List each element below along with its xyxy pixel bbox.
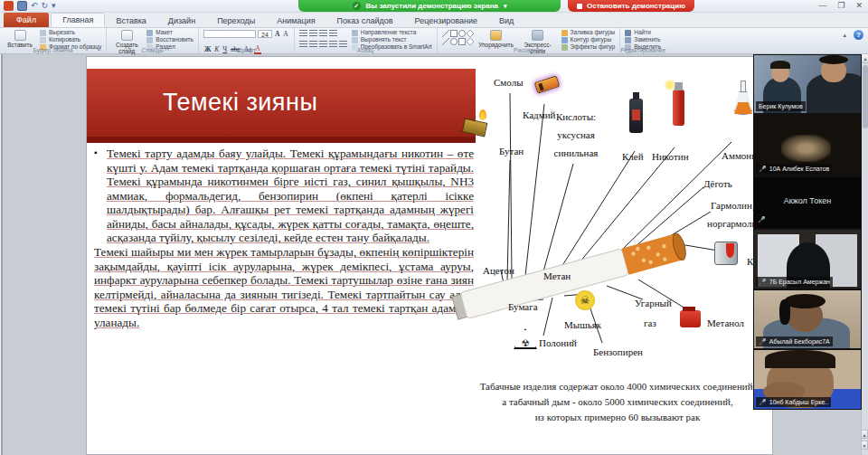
label-kisloty-1: Кислоты: (556, 111, 596, 122)
label-bumaga: Бумага (508, 301, 538, 312)
share-banner-text: Вы запустили демонстрацию экрана (366, 2, 498, 10)
participant-name: 10А Алибек Еслатов (769, 165, 830, 173)
participant-name: 7Б Ерасыл Амержан (769, 278, 830, 286)
restore-button[interactable]: ❐ (837, 1, 844, 11)
participant-name-tag: Берик Кулумов (756, 101, 806, 111)
scrollbar-thumb[interactable] (863, 65, 868, 128)
participant-video-5[interactable]: 🎤 Абылай Бекборис7А (753, 289, 862, 349)
scroll-up-button[interactable]: ▲ (862, 54, 868, 63)
muted-mic-icon: 🎤 (759, 399, 767, 405)
group-label-slides: Слайды (107, 47, 198, 53)
shape-fill-icon (561, 30, 568, 36)
font-name-combobox[interactable] (203, 30, 256, 38)
qat-dropdown-icon[interactable]: ▾ (52, 1, 56, 11)
save-icon[interactable] (17, 1, 27, 11)
text-direction-button[interactable]: Направление текста (352, 30, 432, 36)
layout-button[interactable]: Макет (146, 30, 193, 36)
label-ugarny-gaz-1: Угарный (635, 298, 672, 308)
tab-file[interactable]: Файл (4, 13, 49, 27)
shrink-font-button[interactable]: А (282, 30, 288, 38)
bullet-marker: ▪ (94, 147, 98, 158)
align-text-button[interactable]: Выровнять текст (352, 37, 432, 43)
tab-view[interactable]: Вид (488, 14, 524, 27)
bullets-button[interactable] (299, 30, 307, 37)
cut-button[interactable]: Вырезать (40, 30, 101, 36)
participant-video-1[interactable]: Берик Кулумов (753, 54, 862, 114)
label-benzopiren: Бензопирен (593, 346, 643, 357)
arrange-button[interactable]: Упорядочить (478, 30, 514, 48)
participant-name: 10нб Кабдыш Ерке.. (769, 398, 828, 406)
paste-button[interactable]: Вставить (5, 30, 35, 48)
copy-icon (40, 37, 46, 43)
help-icon[interactable]: ? (854, 30, 863, 40)
tab-transitions[interactable]: Переходы (206, 14, 266, 27)
powerpoint-icon (4, 1, 14, 11)
participant-video-2[interactable]: 🎤 10А Алибек Еслатов (753, 114, 862, 176)
indent-decrease-button[interactable] (319, 30, 327, 37)
quick-access-toolbar: ↶ ↻ ▾ (4, 1, 56, 11)
layout-icon (146, 30, 153, 36)
group-paragraph: Направление текста Выровнять текст Преоб… (295, 28, 438, 53)
label-kley: Клей (622, 151, 644, 162)
slide-body-text: ▪ Темекі тарту адамды баяу улайды. Темек… (94, 147, 474, 330)
grow-font-button[interactable]: А (274, 30, 280, 38)
arsenic-skull-icon: ☠ (575, 290, 595, 310)
participant-hair (784, 294, 826, 308)
previous-slide-button[interactable]: ▲ (861, 430, 868, 439)
undo-button[interactable]: ↶ (31, 1, 38, 11)
font-size-combobox[interactable]: 24 (258, 30, 272, 38)
group-editing: Найти Заменить Выделить Редактирование (620, 28, 665, 53)
tab-home[interactable]: Главная (51, 13, 105, 27)
zoom-video-strip: Берик Кулумов 🎤 10А Алибек Еслатов Акжол… (753, 54, 862, 410)
square-shape-icon (458, 38, 466, 45)
numbering-button[interactable] (309, 30, 317, 37)
layout-label: Макет (156, 30, 172, 36)
reset-button[interactable]: Восстановить (146, 37, 193, 43)
tab-slideshow[interactable]: Показ слайдов (326, 14, 404, 27)
find-icon (625, 30, 631, 36)
slide-title-banner: Темекі зияны (87, 69, 476, 143)
participant-name-tag: 🎤 10нб Кабдыш Ерке.. (756, 397, 831, 407)
participant-video-6[interactable]: 🎤 10нб Кабдыш Ерке.. (753, 349, 862, 410)
star-shape-icon (466, 37, 474, 45)
slide-title: Темекі зияны (163, 89, 317, 117)
slide[interactable]: Темекі зияны ▪ Темекі тарту адамды баяу … (86, 56, 773, 455)
slides-panel-edge[interactable] (0, 54, 3, 455)
ribbon: Вставить Вырезать Копировать Формат по о… (0, 28, 868, 54)
label-nikotin: Никотин (652, 151, 689, 162)
tab-insert[interactable]: Вставка (105, 14, 156, 27)
shape-outline-icon (561, 37, 568, 43)
copy-button[interactable]: Копировать (40, 37, 101, 43)
ellipse-shape-icon (458, 30, 466, 37)
shapes-gallery[interactable] (442, 30, 474, 45)
vertical-scrollbar[interactable]: ▲ (861, 54, 868, 455)
label-smoly: Смолы (494, 77, 524, 88)
stop-share-button[interactable]: Остановить демонстрацию (568, 0, 694, 12)
tab-design[interactable]: Дизайн (157, 14, 206, 27)
collapse-ribbon-icon[interactable]: ▴ (843, 32, 846, 39)
share-caret-icon[interactable]: ▾ (504, 3, 507, 10)
muted-mic-icon: 🎤 (759, 279, 767, 285)
find-button[interactable]: Найти (625, 30, 661, 36)
share-check-icon: ✓ (353, 2, 361, 10)
indent-increase-button[interactable] (329, 30, 337, 37)
participant-video-3[interactable]: Акжол Токен 🎤 (753, 176, 862, 229)
redo-button[interactable]: ↻ (42, 1, 49, 11)
group-label-editing: Редактирование (620, 47, 665, 53)
tab-review[interactable]: Рецензирование (404, 14, 489, 27)
participant-video-4[interactable]: 🎤 7Б Ерасыл Амержан (753, 229, 862, 289)
label-metanol: Метанол (707, 318, 744, 328)
reset-label: Восстановить (156, 37, 193, 43)
butane-flame-icon (479, 109, 486, 120)
shape-outline-button[interactable]: Контур фигуры (561, 37, 616, 43)
ribbon-tab-bar: Файл Главная Вставка Дизайн Переходы Ани… (0, 13, 868, 28)
tab-animations[interactable]: Анимация (266, 14, 326, 27)
label-ugarny-gaz-2: газ (644, 318, 656, 328)
close-button[interactable]: ✕ (855, 1, 863, 11)
minimize-button[interactable]: — (818, 1, 826, 11)
shape-fill-button[interactable]: Заливка фигуры (561, 30, 616, 36)
methanol-canister-icon (680, 310, 701, 327)
next-slide-button[interactable]: ▼ (861, 441, 868, 450)
label-myshyak: Мышьяк (564, 319, 601, 330)
replace-button[interactable]: Заменить (625, 37, 661, 43)
